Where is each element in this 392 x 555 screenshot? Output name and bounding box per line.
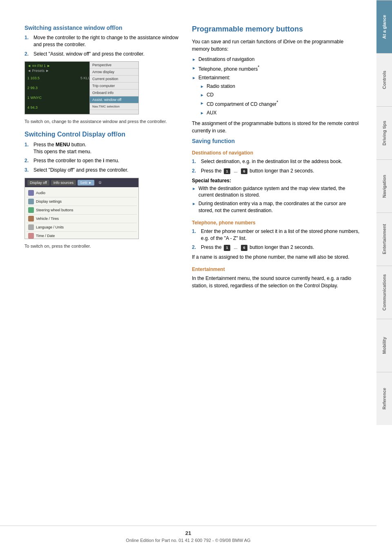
tab-mobility[interactable]: Mobility	[376, 319, 392, 372]
tri-icon-sf1: ►	[192, 186, 196, 192]
destinations-steps: 1. Select destination, e.g. in the desti…	[192, 158, 360, 175]
subsection-entertainment-heading: Entertainment	[192, 266, 360, 272]
programmable-memory-heading: Programmable memory buttons	[192, 25, 360, 34]
tri-icon-sf2: ►	[192, 201, 196, 207]
tab-at-a-glance[interactable]: At a glance	[376, 0, 392, 53]
settings-display: Display off Info sources Setti ► ① Audio	[25, 178, 138, 239]
control-display-step-2: 2. Press the controller to open the i me…	[24, 157, 180, 164]
tab-navigation[interactable]: Navigation	[376, 159, 392, 213]
assignment-note: The assignment of the programmable butto…	[192, 120, 360, 134]
special-feature-1: ► With the destination guidance system a…	[192, 185, 360, 199]
special-features-title: Special features:	[192, 178, 360, 184]
settings-item-audio: Audio	[27, 189, 137, 197]
settings-item-language: Language / Units	[27, 223, 137, 232]
menu-current-position: Current position	[90, 76, 138, 83]
special-feature-2-text: During destination entry via a map, the …	[198, 200, 360, 214]
dst-text-1: Select destination, e.g. in the destinat…	[201, 158, 342, 165]
tri-icon-1: ►	[192, 57, 196, 63]
tab-reference[interactable]: Reference	[376, 372, 392, 425]
cd-step-text-3: Select "Display off" and press the contr…	[33, 167, 128, 174]
settings-list: Audio Display settings Steering wheel bu…	[25, 187, 138, 239]
cd-step-text-1: Press the MENU button.This opens the sta…	[33, 141, 91, 155]
footer-text: Online Edition for Part no. 01 41 2 600 …	[126, 538, 250, 543]
control-display-step-3: 3. Select "Display off" and press the co…	[24, 167, 180, 174]
page-number: 21	[0, 530, 376, 536]
feature-aux: ► AUX	[192, 110, 360, 116]
btn-tel-dots: ...	[234, 245, 237, 250]
assistance-caption: To switch on, change to the assistance w…	[24, 119, 180, 125]
telephone-step-2: 2. Press the 1 ... 6 button longer than …	[192, 244, 360, 251]
subsection-telephone: Telephone, phone numbers 1. Enter the ph…	[192, 220, 360, 261]
destinations-step-1: 1. Select destination, e.g. in the desti…	[192, 158, 360, 165]
settings-header: Display off Info sources Setti ► ①	[25, 178, 138, 187]
tab-info-sources: Info sources	[51, 180, 76, 186]
menu-assist-window-off: Assist. window off	[90, 96, 138, 103]
tri-icon-2: ►	[192, 65, 196, 71]
tel-text-2: Press the 1 ... 6 button longer than 2 s…	[201, 244, 314, 251]
menu-nav-tmc: Nav.TMC selection	[90, 103, 138, 110]
tab-entertainment[interactable]: Entertainment	[376, 213, 392, 266]
subsection-destinations: Destinations of navigation 1. Select des…	[192, 150, 360, 214]
feature-aux-label: AUX	[207, 110, 217, 116]
tri-icon-sub-2: ►	[200, 92, 204, 98]
display-icon	[28, 199, 34, 204]
radio-screenshot: ◄ ≡≡ FM 1 ► ● ◄ Presets ► 1 103.55 KLUS9…	[24, 61, 139, 114]
feature-telephone: ► Telephone, phone numbers*	[192, 65, 360, 73]
step-text-2: Select "Assist. window off" and press th…	[33, 51, 145, 58]
special-features-list: ► With the destination guidance system a…	[192, 185, 360, 214]
special-feature-1-text: With the destination guidance system and…	[198, 185, 360, 199]
dst-num-2: 2.	[192, 168, 199, 175]
control-display-step-1: 1. Press the MENU button.This opens the …	[24, 141, 180, 155]
menu-trip-computer: Trip computer	[90, 83, 138, 90]
btn-1: 1	[224, 168, 230, 175]
btn-tel-1: 1	[224, 245, 230, 251]
feature-cd-changer: ► CD compartment of CD changer*	[192, 100, 360, 108]
tel-text-1: Enter the phone number or select it in a…	[201, 228, 360, 242]
vehicle-icon	[28, 216, 34, 222]
tri-icon-sub-4: ►	[200, 110, 204, 116]
settings-item-steering: Steering wheel buttons	[27, 206, 137, 215]
programmable-memory-intro: You can save and run certain functions o…	[192, 38, 360, 53]
section-assistance-window: Switching assistance window off/on 1. Mo…	[24, 25, 180, 125]
tab-driving-tips[interactable]: Driving tips	[376, 106, 392, 159]
saving-function-heading: Saving function	[192, 138, 360, 144]
time-icon	[28, 233, 34, 239]
cd-step-text-2: Press the controller to open the i menu.	[33, 157, 119, 164]
menu-arrow-display: Arrow display	[90, 69, 138, 76]
feature-radio: ► Radio station	[192, 83, 360, 90]
cd-step-num-3: 3.	[24, 167, 32, 174]
assistance-step-1: 1. Move the controller to the right to c…	[24, 34, 180, 48]
tel-num-2: 2.	[192, 244, 199, 251]
feature-destinations: ► Destinations of navigation	[192, 56, 360, 63]
settings-item-vehicle: Vehicle / Tires	[27, 215, 137, 223]
steering-icon	[28, 207, 34, 213]
menu-onboard-info: Onboard info	[90, 90, 138, 96]
subsection-entertainment: Entertainment In the Entertainment menu,…	[192, 266, 360, 289]
control-display-steps: 1. Press the MENU button.This opens the …	[24, 141, 180, 174]
subsection-telephone-heading: Telephone, phone numbers	[192, 220, 360, 226]
step-num-2: 2.	[24, 51, 32, 58]
destinations-step-2: 2. Press the 1 ... 6 button longer than …	[192, 168, 360, 175]
dst-text-2: Press the 1 ... 6 button longer than 2 s…	[201, 168, 314, 175]
feature-destinations-label: Destinations of navigation	[198, 56, 254, 63]
language-icon	[28, 224, 34, 230]
telephone-steps: 1. Enter the phone number or select it i…	[192, 228, 360, 251]
btn-dots: ...	[234, 168, 237, 173]
main-content: Switching assistance window off/on 1. Mo…	[0, 0, 376, 555]
feature-radio-label: Radio station	[207, 83, 235, 90]
section-heading-control-display: Switching Control Display off/on	[24, 131, 180, 138]
left-column: Switching assistance window off/on 1. Mo…	[24, 25, 180, 539]
feature-cd: ► CD	[192, 92, 360, 98]
tab-communications[interactable]: Communications	[376, 266, 392, 319]
tri-icon-sub-1: ►	[200, 84, 204, 90]
settings-item-time: Time / Date	[27, 232, 137, 239]
entertainment-body: In the Entertainment menu, the sound sou…	[192, 275, 360, 289]
settings-screenshot: Display off Info sources Setti ► ① Audio	[24, 178, 139, 239]
tab-display-off: Display off	[27, 180, 49, 186]
tab-controls[interactable]: Controls	[376, 53, 392, 106]
features-list: ► Destinations of navigation ► Telephone…	[192, 56, 360, 116]
feature-cd-changer-label: CD compartment of CD changer*	[207, 100, 278, 108]
tel-num-1: 1.	[192, 228, 199, 242]
page-footer: 21 Online Edition for Part no. 01 41 2 6…	[0, 526, 376, 543]
step-text-1: Move the controller to the right to chan…	[33, 34, 180, 48]
